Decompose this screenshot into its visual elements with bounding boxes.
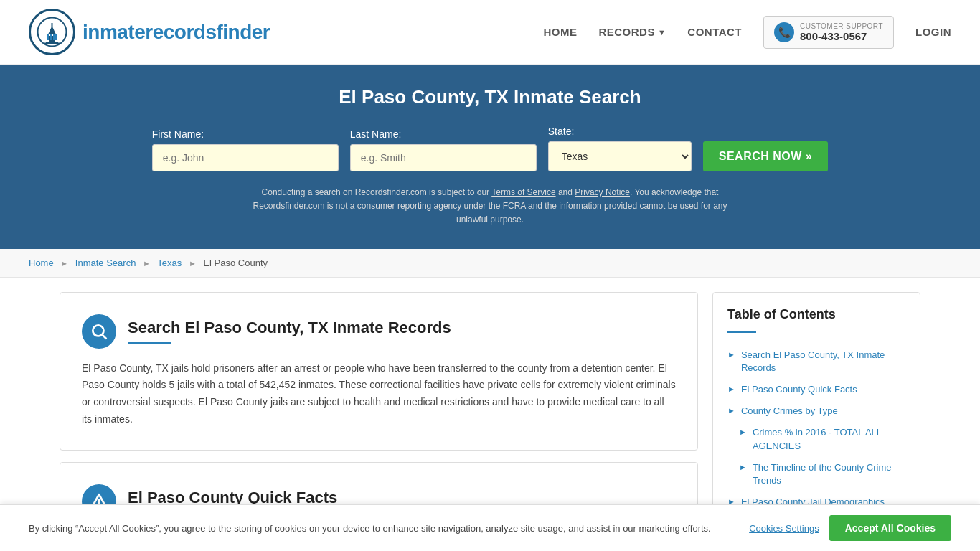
nav-records[interactable]: RECORDS ▼: [598, 26, 666, 38]
first-name-group: First Name:: [152, 128, 339, 171]
svg-rect-7: [53, 34, 55, 40]
logo-bold-text: finder: [216, 21, 270, 43]
chevron-right-icon-2: ►: [727, 385, 735, 393]
chevron-right-icon-5: ►: [739, 463, 747, 471]
chevron-right-icon-4: ►: [739, 428, 747, 436]
breadcrumb-current: El Paso County: [203, 258, 268, 268]
toc-box: Table of Contents ► Search El Paso Count…: [712, 292, 920, 529]
toc-link-5[interactable]: The Timeline of the County Crime Trends: [753, 461, 905, 487]
breadcrumb-sep-1: ►: [60, 259, 68, 268]
search-form: First Name: Last Name: State: Texas Alab…: [29, 126, 951, 171]
breadcrumb-inmate-search[interactable]: Inmate Search: [75, 258, 136, 268]
section-title-underline: [128, 342, 171, 344]
toc-divider: [727, 331, 756, 333]
state-group: State: Texas Alabama Alaska Arizona Cali…: [548, 126, 692, 171]
cookie-settings-button[interactable]: Cookies Settings: [749, 523, 819, 534]
svg-rect-10: [44, 43, 60, 44]
logo-area: inmaterecordsfinder: [29, 9, 270, 55]
toc-item-1[interactable]: ► Search El Paso County, TX Inmate Recor…: [727, 344, 905, 379]
hero-title: El Paso County, TX Inmate Search: [29, 86, 951, 108]
svg-rect-8: [55, 34, 57, 40]
search-icon: [82, 314, 116, 349]
cookie-text: By clicking “Accept All Cookies”, you ag…: [29, 523, 735, 534]
svg-rect-5: [47, 34, 49, 40]
terms-link[interactable]: Terms of Service: [491, 187, 555, 197]
toc-title: Table of Contents: [727, 307, 905, 322]
breadcrumb-texas[interactable]: Texas: [157, 258, 182, 268]
logo-icon: [29, 9, 75, 55]
section-body: El Paso County, TX jails hold prisoners …: [82, 360, 676, 428]
cookie-buttons: Cookies Settings Accept All Cookies: [749, 515, 951, 541]
support-label: CUSTOMER SUPPORT: [800, 22, 883, 30]
toc-item-5[interactable]: ► The Timeline of the County Crime Trend…: [727, 457, 905, 491]
phone-icon: 📞: [774, 22, 794, 42]
hero-disclaimer: Conducting a search on Recordsfinder.com…: [239, 186, 741, 227]
nav-records-label: RECORDS: [598, 26, 655, 38]
logo-text: inmaterecordsfinder: [83, 21, 270, 44]
privacy-link[interactable]: Privacy Notice: [575, 187, 630, 197]
nav-login[interactable]: LOGIN: [915, 26, 951, 38]
section-title-wrap: Search El Paso County, TX Inmate Records: [128, 319, 451, 344]
main-content-section: Search El Paso County, TX Inmate Records…: [60, 292, 698, 451]
first-name-input[interactable]: [152, 144, 339, 171]
main-nav: HOME RECORDS ▼ CONTACT 📞 CUSTOMER SUPPOR…: [543, 16, 951, 49]
site-header: inmaterecordsfinder HOME RECORDS ▼ CONTA…: [0, 0, 980, 65]
chevron-down-icon: ▼: [658, 28, 666, 37]
toc-item-3[interactable]: ► County Crimes by Type: [727, 400, 905, 422]
toc-link-1[interactable]: Search El Paso County, TX Inmate Records: [741, 349, 905, 375]
toc-item-2[interactable]: ► El Paso County Quick Facts: [727, 379, 905, 400]
customer-support-box: 📞 CUSTOMER SUPPORT 800-433-0567: [763, 16, 894, 49]
state-label: State:: [548, 126, 575, 137]
toc-link-2[interactable]: El Paso County Quick Facts: [741, 383, 857, 396]
search-button[interactable]: SEARCH NOW »: [703, 141, 828, 171]
toc-link-3[interactable]: County Crimes by Type: [741, 405, 838, 418]
svg-rect-6: [50, 34, 52, 40]
logo-plain-text: inmaterecords: [83, 21, 216, 43]
cookie-banner: By clicking “Accept All Cookies”, you ag…: [0, 504, 980, 551]
state-select[interactable]: Texas Alabama Alaska Arizona California: [548, 141, 692, 171]
nav-contact[interactable]: CONTACT: [687, 26, 742, 38]
cookie-accept-button[interactable]: Accept All Cookies: [829, 515, 951, 541]
nav-home[interactable]: HOME: [543, 26, 577, 38]
toc-link-4[interactable]: Crimes % in 2016 - TOTAL ALL AGENCIES: [753, 426, 905, 452]
section-header: Search El Paso County, TX Inmate Records: [82, 314, 676, 349]
chevron-right-icon-1: ►: [727, 350, 735, 359]
breadcrumb: Home ► Inmate Search ► Texas ► El Paso C…: [0, 249, 980, 278]
hero-section: El Paso County, TX Inmate Search First N…: [0, 65, 980, 249]
last-name-label: Last Name:: [350, 128, 402, 140]
support-text: CUSTOMER SUPPORT 800-433-0567: [800, 22, 883, 42]
support-number: 800-433-0567: [800, 30, 883, 42]
sidebar: Table of Contents ► Search El Paso Count…: [712, 292, 920, 529]
toc-item-4[interactable]: ► Crimes % in 2016 - TOTAL ALL AGENCIES: [727, 422, 905, 456]
breadcrumb-home[interactable]: Home: [29, 258, 54, 268]
section-title: Search El Paso County, TX Inmate Records: [128, 319, 451, 337]
breadcrumb-sep-3: ►: [189, 259, 197, 268]
chevron-right-icon-3: ►: [727, 406, 735, 415]
breadcrumb-sep-2: ►: [143, 259, 151, 268]
svg-rect-4: [52, 23, 53, 27]
last-name-input[interactable]: [350, 144, 537, 171]
svg-line-12: [103, 334, 106, 338]
last-name-group: Last Name:: [350, 128, 537, 171]
first-name-label: First Name:: [152, 128, 204, 140]
